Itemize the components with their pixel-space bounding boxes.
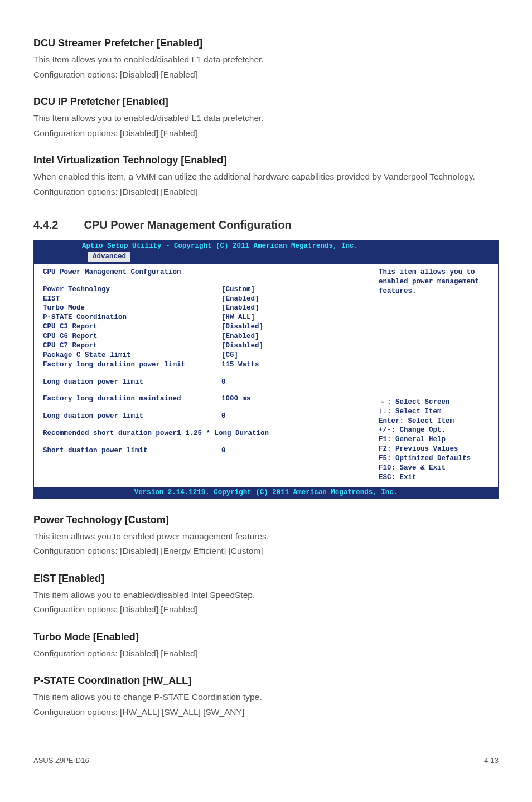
bios-row-pstate-label[interactable]: P-STATE Coordination [43,313,221,322]
bios-row-recommended: Recommended short duration power1 1.25 *… [43,429,269,438]
bios-row-factory-limit-label[interactable]: Factory long duratiion power limit [43,360,221,370]
bios-row-pkgc-label[interactable]: Package C State limit [43,351,221,360]
text-eist-1: This item allows you to enabled/disabled… [33,589,499,601]
section-number: 4.4.2 [33,217,81,233]
bios-help-esc: ESC: Exit [379,473,494,482]
bios-row-pkgc-value[interactable]: [C6] [221,351,366,360]
footer-product: ASUS Z9PE-D16 [33,756,89,766]
bios-row-long2-label[interactable]: Long duation power limit [43,412,221,421]
bios-row-maint-value[interactable]: 1000 ms [221,394,366,404]
bios-header-title: Aptio Setup Utility - Copyright (C) 2011… [37,241,495,251]
bios-row-power-tech-value[interactable]: [Custom] [221,285,366,294]
bios-help-f5: F5: Optimized Defaults [379,454,494,463]
bios-tab-advanced[interactable]: Advanced [88,251,131,262]
bios-help-select-screen: →←: Select Screen [379,398,494,407]
bios-help-enter: Enter: Select Item [379,417,494,426]
bios-help-f1: F1: General Help [379,435,494,445]
bios-main-panel: CPU Power Management Confguration Power … [34,264,373,487]
bios-help-f2: F2: Previous Values [379,445,494,454]
heading-dcu-ip: DCU IP Prefetcher [Enabled] [33,94,499,109]
text-eist-2: Configuration options: [Disabled] [Enabl… [33,603,499,616]
bios-row-power-tech-label[interactable]: Power Technology [43,285,221,294]
text-dcu-ip-2: Configuration options: [Disabled] [Enabl… [33,127,499,139]
text-dcu-ip-1: This Item allows you to enabled/disabled… [33,112,499,124]
bios-header-bar: Aptio Setup Utility - Copyright (C) 2011… [34,240,498,264]
bios-row-long1-label[interactable]: Long duation power limit [43,378,221,387]
heading-eist: EIST [Enabled] [33,571,499,586]
bios-row-short-label[interactable]: Short duation power limit [43,446,221,456]
bios-help-change: +/-: Change Opt. [379,426,494,435]
bios-help-f10: F10: Save & Exit [379,463,494,473]
heading-power-tech: Power Technology [Custom] [33,513,499,527]
bios-row-c7-label[interactable]: CPU C7 Report [43,341,221,351]
bios-row-long1-value[interactable]: 0 [221,378,366,387]
text-power-tech-2: Configuration options: [Disabled] [Energ… [33,545,499,557]
bios-row-factory-limit-value[interactable]: 115 Watts [221,360,366,370]
text-pstate-1: This item allows you to change P-STATE C… [33,691,499,703]
bios-row-maint-label[interactable]: Factory long duratiion maintained [43,394,221,404]
bios-side-panel: This item allows you to enabled power ma… [373,264,498,487]
bios-row-c6-label[interactable]: CPU C6 Report [43,332,221,341]
text-dcu-streamer-1: This Item allows you to enabled/disabled… [33,54,499,66]
page-footer: ASUS Z9PE-D16 4-13 [33,752,499,766]
footer-page-num: 4-13 [484,756,499,766]
section-title-text: CPU Power Management Configuration [84,219,292,231]
bios-row-turbo-value[interactable]: [Enabled] [221,303,366,313]
bios-row-turbo-label[interactable]: Turbo Mode [43,303,221,313]
heading-intel-vt: Intel Virtualization Technology [Enabled… [33,153,499,167]
bios-row-short-value[interactable]: 0 [221,446,366,456]
bios-row-c6-value[interactable]: [Enabled] [221,332,366,341]
text-turbo-1: Configuration options: [Disabled] [Enabl… [33,648,499,660]
heading-pstate: P-STATE Coordination [HW_ALL] [33,673,499,688]
heading-turbo: Turbo Mode [Enabled] [33,630,499,644]
bios-footer: Version 2.14.1219. Copyright (C) 2011 Am… [34,487,498,499]
bios-side-desc: This item allows you to enabled power ma… [379,268,494,390]
text-pstate-2: Configuration options: [HW_ALL] [SW_ALL]… [33,706,499,718]
heading-dcu-streamer: DCU Streamer Prefetcher [Enabled] [33,36,499,50]
bios-row-eist-value[interactable]: [Enabled] [221,294,366,304]
bios-row-c3-value[interactable]: [Disabled] [221,322,366,332]
section-header: 4.4.2 CPU Power Management Configuration [33,217,499,233]
bios-panel: Aptio Setup Utility - Copyright (C) 2011… [33,240,499,499]
text-dcu-streamer-2: Configuration options: [Disabled] [Enabl… [33,69,499,81]
text-power-tech-1: This item allows you to enabled power ma… [33,530,499,543]
bios-panel-title: CPU Power Management Confguration [43,268,366,277]
bios-help-select-item: ↑↓: Select Item [379,407,494,417]
text-intel-vt-1: When enabled this item, a VMM can utiliz… [33,171,499,183]
bios-row-pstate-value[interactable]: [HW ALL] [221,313,366,322]
bios-row-long2-value[interactable]: 0 [221,412,366,421]
bios-row-c7-value[interactable]: [Disabled] [221,341,366,351]
bios-row-c3-label[interactable]: CPU C3 Report [43,322,221,332]
bios-row-eist-label[interactable]: EIST [43,294,221,304]
text-intel-vt-2: Configuration options: [Disabled] [Enabl… [33,186,499,198]
